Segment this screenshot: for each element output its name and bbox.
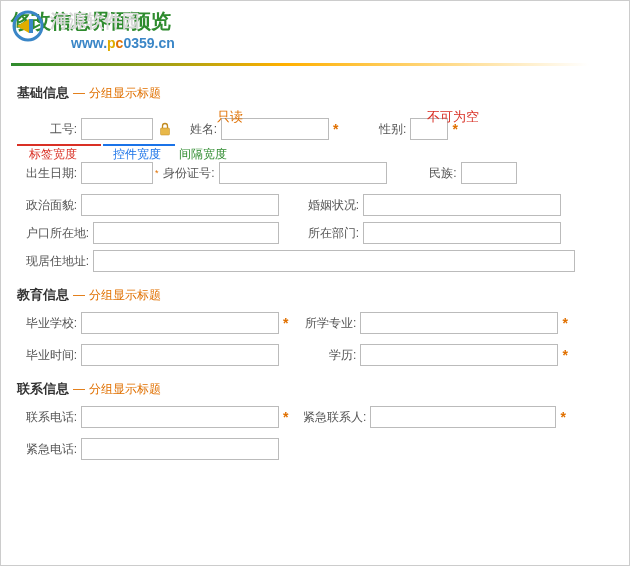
label-hukou: 户口所在地: [17,225,93,242]
label-emergency-contact: 紧急联系人: [292,409,370,426]
input-hukou[interactable] [93,222,279,244]
input-phone[interactable] [81,406,279,428]
label-phone: 联系电话: [17,409,81,426]
input-emp-no[interactable] [81,118,153,140]
label-gender: 性别: [342,121,410,138]
input-dept[interactable] [363,222,561,244]
label-emergency-phone: 紧急电话: [17,441,81,458]
section-edu-note: 分组显示标题 [89,287,161,304]
label-birth: 出生日期: [17,165,81,182]
section-edu-header: 教育信息 — 分组显示标题 [17,286,613,304]
section-dash: — [73,382,85,396]
row1-wrapper: 只读 不可为空 工号: 姓名: * 性别: * 标签宽度 控件宽度 间隔宽度 [17,118,613,140]
star-emg: * [560,409,565,425]
input-political[interactable] [81,194,279,216]
input-address[interactable] [93,250,575,272]
ann-label-width: 标签宽度 [29,146,77,163]
star-birth: * [155,168,159,178]
watermark-text: 河源软件园 [50,11,140,31]
input-major[interactable] [360,312,558,334]
ann-gap-width: 间隔宽度 [179,146,227,163]
label-dept: 所在部门: [279,225,363,242]
input-idcard[interactable] [219,162,387,184]
star-school: * [283,315,288,331]
star-phone: * [283,409,288,425]
input-grad-time[interactable] [81,344,279,366]
label-marital: 婚姻状况: [279,197,363,214]
star-major: * [562,315,567,331]
input-ethnic[interactable] [461,162,517,184]
input-emergency-phone[interactable] [81,438,279,460]
label-major: 所学专业: [292,315,360,332]
section-edu-title: 教育信息 [17,286,69,304]
watermark: 河源软件园 [11,9,140,46]
section-basic-header: 基础信息 — 分组显示标题 [17,84,613,102]
section-contact-title: 联系信息 [17,380,69,398]
lock-icon [157,121,173,137]
input-emergency-contact[interactable] [370,406,556,428]
input-birth[interactable] [81,162,153,184]
label-idcard: 身份证号: [161,165,219,182]
label-ethnic: 民族: [387,165,461,182]
label-degree: 学历: [292,347,360,364]
form-area: 基础信息 — 分组显示标题 只读 不可为空 工号: 姓名: * 性别: * 标签… [1,66,629,476]
svg-rect-1 [29,19,33,33]
section-basic-note: 分组显示标题 [89,85,161,102]
input-school[interactable] [81,312,279,334]
label-address: 现居住地址: [17,253,93,270]
section-contact-note: 分组显示标题 [89,381,161,398]
annotation-readonly: 只读 [217,108,243,126]
section-basic-title: 基础信息 [17,84,69,102]
input-marital[interactable] [363,194,561,216]
page-header: 河源软件园 修改信息界面预览 www.pc0359.cn [1,1,629,61]
section-contact-header: 联系信息 — 分组显示标题 [17,380,613,398]
label-name: 姓名: [177,121,221,138]
star-name: * [333,121,338,137]
label-grad-time: 毕业时间: [17,347,81,364]
annotation-required-wrap: 不可为空 [427,108,479,126]
label-school: 毕业学校: [17,315,81,332]
section-dash: — [73,288,85,302]
annotation-required: 不可为空 [427,109,479,124]
label-political: 政治面貌: [17,197,81,214]
logo-icon [11,9,45,43]
input-degree[interactable] [360,344,558,366]
star-degree: * [562,347,567,363]
ann-control-width: 控件宽度 [113,146,161,163]
svg-rect-2 [161,128,170,135]
section-dash: — [73,86,85,100]
label-emp-no: 工号: [17,121,81,138]
site-url: www.pc0359.cn [71,35,619,51]
